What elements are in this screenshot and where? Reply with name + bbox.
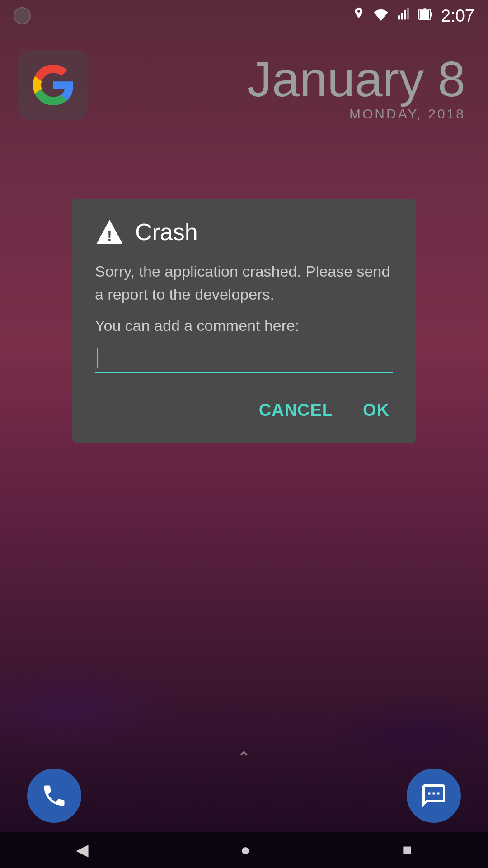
svg-rect-5 [430, 12, 432, 16]
back-button[interactable]: ◀ [76, 840, 89, 859]
wallpaper-blob-1 [0, 665, 181, 755]
phone-dock-icon[interactable] [27, 769, 81, 823]
battery-icon [418, 8, 433, 24]
svg-rect-2 [404, 10, 406, 19]
crash-dialog: ! Crash Sorry, the application crashed. … [72, 199, 416, 443]
status-right: 2:07 [352, 6, 474, 26]
messages-dock-icon[interactable] [407, 769, 461, 823]
comment-input[interactable] [95, 344, 393, 373]
svg-rect-3 [407, 8, 409, 19]
signal-icon [397, 7, 410, 25]
dialog-buttons: CANCEL OK [95, 396, 393, 425]
google-app-icon[interactable] [18, 50, 88, 120]
camera-indicator [14, 7, 31, 24]
recent-apps-button[interactable]: ■ [402, 840, 412, 859]
status-time: 2:07 [441, 6, 474, 26]
cancel-button[interactable]: CANCEL [255, 396, 337, 425]
date-display: January 8 MONDAY, 2018 [247, 54, 465, 122]
date-text: January 8 [247, 54, 465, 104]
dialog-title-row: ! Crash [95, 217, 393, 246]
google-logo [33, 65, 74, 105]
text-cursor [97, 348, 98, 368]
wifi-icon [373, 8, 389, 24]
status-bar: 2:07 [0, 0, 488, 32]
nav-bar: ◀ ● ■ [0, 832, 488, 868]
svg-rect-1 [401, 13, 403, 19]
phone-icon [41, 782, 68, 809]
app-dock [0, 760, 488, 832]
dialog-title: Crash [135, 218, 198, 245]
svg-rect-0 [398, 15, 400, 19]
svg-rect-7 [423, 8, 426, 10]
status-left [14, 7, 31, 24]
ok-button[interactable]: OK [359, 396, 393, 425]
dialog-comment-label: You can add a comment here: [95, 317, 393, 335]
dialog-message: Sorry, the application crashed. Please s… [95, 260, 393, 306]
date-weekday: MONDAY, 2018 [247, 106, 465, 122]
home-button[interactable]: ● [240, 840, 250, 859]
comment-input-wrapper [95, 344, 393, 373]
svg-text:!: ! [107, 228, 112, 244]
messages-icon [420, 782, 447, 809]
warning-icon: ! [95, 217, 124, 246]
date-day-num: 8 [438, 51, 465, 107]
location-icon [352, 6, 365, 26]
svg-rect-6 [420, 10, 429, 18]
date-month: January [247, 51, 424, 107]
